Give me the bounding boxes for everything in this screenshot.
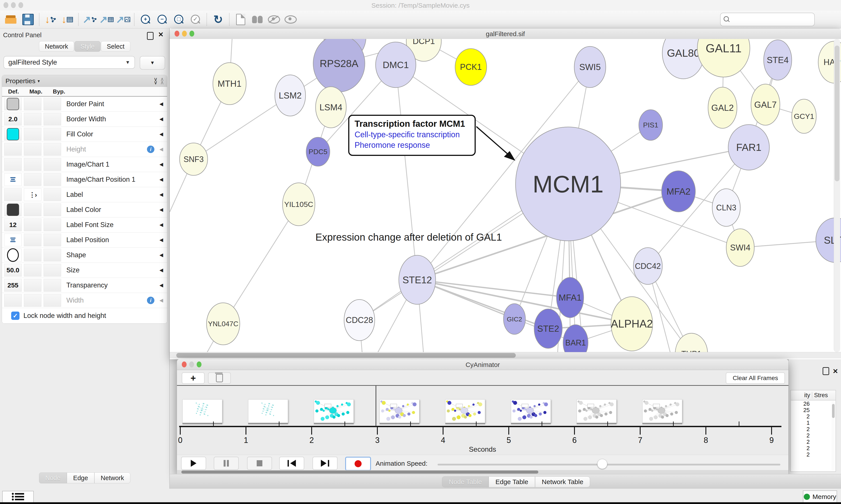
node-TUP1[interactable]: TUP1 — [675, 333, 708, 352]
default-value-cell[interactable] — [4, 294, 22, 307]
node-CLN3[interactable]: CLN3 — [712, 189, 740, 227]
pause-button[interactable] — [214, 457, 239, 470]
frame-thumbnail[interactable] — [314, 399, 354, 423]
annotation-link[interactable]: Pheromone response — [355, 141, 469, 150]
mapping-cell[interactable] — [24, 294, 41, 307]
tab-edge-table[interactable]: Edge Table — [489, 476, 535, 487]
collapse-arrow-icon[interactable]: ◀ — [159, 192, 163, 197]
node-GAL2[interactable]: GAL2 — [708, 87, 737, 128]
collapse-arrow-icon[interactable]: ◀ — [159, 131, 163, 137]
default-value-cell[interactable] — [4, 188, 22, 201]
collapse-arrow-icon[interactable]: ◀ — [159, 101, 163, 107]
annotation-link[interactable]: Cell-type-specific transcription — [355, 130, 469, 139]
collapse-arrow-icon[interactable]: ◀ — [159, 252, 163, 258]
node-CDC28[interactable]: CDC28 — [344, 300, 375, 341]
import-table-icon[interactable]: ↓ — [60, 12, 74, 27]
network-edge[interactable] — [396, 65, 417, 280]
mapping-cell[interactable] — [24, 158, 41, 171]
step-forward-button[interactable] — [312, 457, 338, 470]
export-table-icon[interactable]: ↗ — [99, 12, 114, 27]
collapse-arrow-icon[interactable]: ◀ — [159, 283, 163, 288]
tab-style[interactable]: Style — [74, 41, 100, 52]
default-value-cell[interactable]: 2.0 — [4, 113, 22, 125]
bypass-cell[interactable] — [43, 203, 61, 216]
clear-all-frames-button[interactable]: Clear All Frames — [726, 373, 785, 384]
expand-all-icon[interactable]: ∨∨ — [154, 78, 157, 84]
frame-thumbnail[interactable] — [577, 399, 616, 423]
export-image-icon[interactable]: ↗ — [116, 12, 130, 27]
frame-thumbnail[interactable] — [445, 399, 485, 423]
close-panel-icon[interactable]: ✕ — [833, 367, 838, 375]
node-GCY1[interactable]: GCY1 — [792, 99, 816, 133]
tab-network[interactable]: Network — [39, 41, 74, 52]
table-row[interactable]: 2 — [791, 432, 836, 438]
node-MFA2[interactable]: MFA2 — [662, 171, 695, 212]
node-GIC2[interactable]: GIC2 — [503, 304, 525, 334]
import-network-icon[interactable]: ↓ — [43, 12, 58, 27]
node-STE2[interactable]: STE2 — [534, 309, 562, 348]
node-ALPHA2[interactable]: ALPHA2 — [611, 297, 653, 351]
mapping-cell[interactable] — [24, 173, 41, 186]
mapping-cell[interactable] — [24, 264, 41, 276]
mapping-cell[interactable] — [24, 98, 41, 110]
node-SWI5[interactable]: SWI5 — [574, 47, 606, 88]
refresh-icon[interactable]: ↻ — [211, 12, 225, 27]
bypass-cell[interactable] — [43, 158, 61, 171]
bypass-cell[interactable] — [43, 113, 61, 125]
collapse-arrow-icon[interactable]: ◀ — [159, 162, 163, 167]
node-MTH1[interactable]: MTH1 — [213, 62, 246, 105]
network-edge[interactable] — [223, 204, 299, 324]
network-canvas[interactable]: DCP1RPS28ADMC1PCK1SWI5GAL80GAL11STE4HAP2… — [170, 39, 841, 352]
column-header-centrality[interactable]: ity — [791, 392, 810, 399]
float-panel-icon[interactable] — [823, 367, 829, 375]
collapse-arrow-icon[interactable]: ◀ — [159, 177, 163, 182]
network-edge[interactable] — [194, 95, 290, 159]
bypass-cell[interactable] — [43, 279, 61, 292]
task-history-button[interactable] — [2, 491, 34, 503]
panel-tab-node[interactable]: Node — [39, 472, 67, 483]
node-CDC42[interactable]: CDC42 — [633, 248, 662, 284]
properties-header[interactable]: Properties ▾ ∨∨ ∧∧ — [2, 75, 167, 87]
default-value-cell[interactable] — [4, 128, 22, 141]
animation-speed-thumb[interactable] — [597, 459, 607, 469]
frame-thumbnail[interactable] — [379, 399, 419, 423]
close-panel-icon[interactable]: ✕ — [158, 31, 164, 38]
column-header-stress[interactable]: Stres — [814, 392, 828, 399]
bypass-cell[interactable] — [43, 234, 61, 246]
play-button[interactable] — [181, 457, 206, 470]
memory-button[interactable]: Memory — [803, 490, 837, 503]
tab-select[interactable]: Select — [101, 41, 130, 52]
default-value-cell[interactable] — [4, 249, 22, 262]
collapse-all-icon[interactable]: ∧∧ — [160, 78, 164, 84]
node-STE4[interactable]: STE4 — [764, 40, 792, 80]
bypass-cell[interactable] — [43, 128, 61, 141]
default-value-cell[interactable] — [4, 203, 22, 216]
mapping-cell[interactable] — [24, 234, 41, 246]
search-input[interactable] — [732, 16, 814, 23]
timeline-playhead[interactable] — [376, 386, 376, 427]
collapse-arrow-icon[interactable]: ◀ — [159, 222, 163, 228]
frame-thumbnail[interactable] — [511, 399, 551, 423]
stop-button[interactable] — [247, 457, 272, 470]
first-neighbors-icon[interactable] — [250, 12, 265, 27]
node-LSM2[interactable]: LSM2 — [275, 75, 305, 116]
collapse-arrow-icon[interactable]: ◀ — [159, 207, 163, 213]
node-RPS28A[interactable]: RPS28A — [313, 39, 365, 92]
animation-speed-slider[interactable] — [437, 464, 780, 466]
float-panel-icon[interactable] — [147, 32, 154, 41]
bypass-cell[interactable] — [43, 264, 61, 276]
cyanimator-scrollbar[interactable] — [177, 470, 788, 474]
mapping-cell[interactable] — [24, 203, 41, 216]
node-GAL11[interactable]: GAL11 — [697, 39, 750, 77]
mapping-cell[interactable] — [24, 113, 41, 125]
tab-node-table[interactable]: Node Table — [442, 476, 489, 487]
table-row[interactable]: 26 — [791, 400, 836, 407]
table-row[interactable]: 1 — [791, 419, 836, 426]
frames-timeline[interactable]: 0123456789 Seconds — [177, 386, 788, 455]
record-button[interactable] — [345, 457, 371, 471]
bypass-cell[interactable] — [43, 218, 61, 231]
table-row[interactable]: 2 — [791, 445, 836, 451]
zoom-out-icon[interactable]: − — [155, 12, 169, 27]
add-frame-button[interactable]: + — [182, 373, 204, 384]
table-row[interactable]: 25 — [791, 407, 836, 413]
